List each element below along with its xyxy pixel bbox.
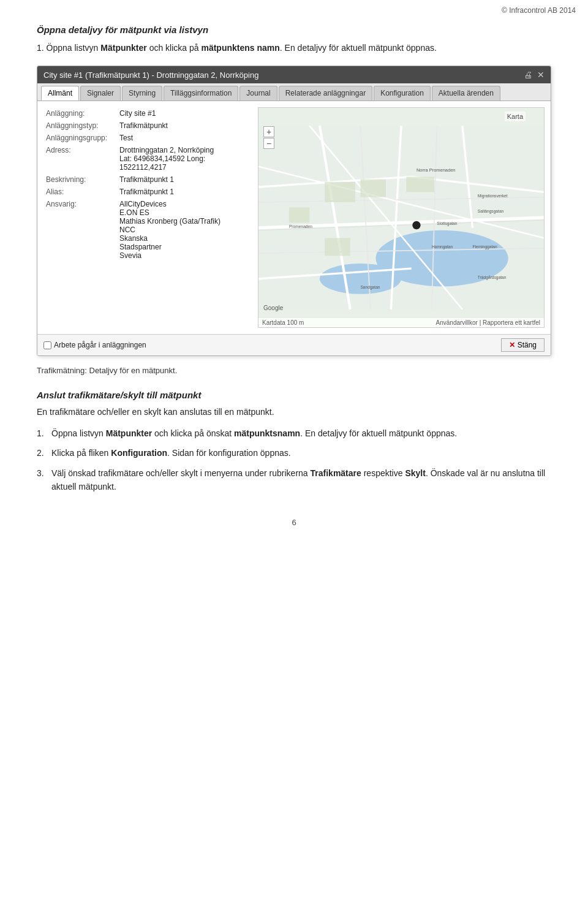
zoom-out-button[interactable]: − [263, 138, 274, 149]
step2-before: Klicka på fliken [51, 448, 111, 458]
table-row: Beskrivning: Trafikmätpunkt 1 [43, 173, 252, 186]
info-table: Anläggning: City site #1 Anläggningstyp:… [43, 107, 252, 262]
table-row: Anläggningsgrupp: Test [43, 132, 252, 144]
field-value-ansvarig: AllCityDevicesE.ON ESMathias Kronberg (G… [117, 198, 252, 262]
svg-text:Norra Promenaden: Norra Promenaden [417, 167, 456, 173]
field-label-beskrivning: Beskrivning: [43, 173, 117, 186]
step2-after: . Sidan för konfiguration öppnas. [167, 448, 291, 458]
dialog-title: City site #1 (Trafikmätpunkt 1) - Drottn… [43, 70, 258, 80]
dialog-tabs: Allmänt Signaler Styrning Tilläggsinform… [37, 83, 551, 101]
stang-x-icon: ✕ [509, 341, 515, 349]
field-value-adress: Drottninggatan 2, NorrköpingLat: 6496834… [117, 144, 252, 173]
field-value-anlaggningsgrupp: Test [117, 132, 252, 144]
field-label-anlaggning: Anläggning: [43, 107, 117, 120]
dialog-caption: Trafikmätning: Detaljvy för en mätpunkt. [37, 366, 551, 375]
close-dialog-icon[interactable]: ✕ [537, 70, 545, 80]
step1-matpunkter: Mätpunkter [106, 428, 152, 438]
svg-point-22 [412, 221, 420, 229]
list-item: 3. Välj önskad trafikmätare och/eller sk… [37, 466, 551, 494]
section2-title: Anslut trafikmätare/skylt till mätpunkt [37, 390, 551, 400]
map-svg: Norra Promenaden Migrationsverket Promen… [258, 108, 544, 327]
arbete-checkbox[interactable] [43, 341, 51, 349]
steps-list: 1. Öppna listvyn Mätpunkter och klicka p… [37, 427, 551, 494]
step3-mid: respektive [361, 468, 405, 478]
tab-signaler[interactable]: Signaler [80, 86, 121, 101]
step3-before: Välj önskad trafikmätare och/eller skylt… [51, 468, 311, 478]
svg-rect-18 [360, 180, 386, 197]
step-num-3: 3. [37, 466, 44, 480]
tab-relaterade[interactable]: Relaterade anläggningar [279, 86, 372, 101]
svg-text:Fleminggatan: Fleminggatan [473, 245, 498, 249]
map-footer-right: Användarvillkor | Rapportera ett kartfel [436, 319, 540, 326]
step1-text-mid: och klicka på [147, 43, 202, 53]
map-container: Norra Promenaden Migrationsverket Promen… [258, 108, 544, 327]
field-label-alias: Alias: [43, 186, 117, 198]
step3-trafikmatare: Trafikmätare [311, 468, 361, 478]
tab-journal[interactable]: Journal [239, 86, 277, 101]
karta-label: Karta [505, 112, 526, 121]
print-icon[interactable]: 🖨 [524, 70, 532, 80]
section1-title: Öppna detaljvy för mätpunkt via listvyn [37, 25, 551, 35]
step-num-1: 1. [37, 427, 44, 440]
stang-button[interactable]: ✕ Stäng [501, 338, 545, 352]
field-value-anlaggning: City site #1 [117, 107, 252, 120]
svg-text:Saltängsgatan: Saltängsgatan [478, 209, 504, 214]
tab-styrning[interactable]: Styrning [122, 86, 162, 101]
step1-text-after: . [280, 43, 282, 53]
stang-label: Stäng [518, 341, 537, 349]
svg-text:Promenaden: Promenaden [289, 224, 312, 229]
step1-text-before: Öppna listvyn [47, 43, 101, 53]
svg-text:Hamngatan: Hamngatan [432, 245, 453, 249]
svg-rect-19 [406, 177, 434, 192]
tab-aktuella[interactable]: Aktuella ärenden [432, 86, 500, 101]
section1-step1: 1. Öppna listvyn Mätpunkter och klicka p… [37, 41, 551, 55]
arbete-checkbox-label[interactable]: Arbete pågår i anläggningen [43, 341, 146, 349]
field-value-anlaggningstyp: Trafikmätpunkt [117, 120, 252, 132]
table-row: Anläggningstyp: Trafikmätpunkt [43, 120, 252, 132]
dialog-body: Anläggning: City site #1 Anläggningstyp:… [37, 101, 551, 334]
table-row: Anläggning: City site #1 [43, 107, 252, 120]
field-label-anlaggningstyp: Anläggningstyp: [43, 120, 117, 132]
step1-mid: och klicka på önskat [152, 428, 234, 438]
svg-rect-21 [289, 208, 309, 223]
list-item: 1. Öppna listvyn Mätpunkter och klicka p… [37, 427, 551, 440]
section2-intro: En trafikmätare och/eller en skylt kan a… [37, 405, 551, 419]
dialog-footer: Arbete pågår i anläggningen ✕ Stäng [37, 334, 551, 355]
step2-konfiguration: Konfiguration [111, 448, 167, 458]
field-value-beskrivning: Trafikmätpunkt 1 [117, 173, 252, 186]
map-panel: Norra Promenaden Migrationsverket Promen… [258, 107, 545, 328]
table-row: Adress: Drottninggatan 2, NorrköpingLat:… [43, 144, 252, 173]
svg-text:Sandgatan: Sandgatan [360, 286, 380, 290]
svg-rect-17 [325, 182, 355, 202]
dialog-info-panel: Anläggning: City site #1 Anläggningstyp:… [43, 107, 252, 328]
step1-num: 1. [37, 43, 47, 53]
tab-konfiguration[interactable]: Konfiguration [374, 86, 431, 101]
map-footer-bar: Kartdata 100 m Användarvillkor | Rapport… [258, 318, 544, 327]
step1-before: Öppna listvyn [51, 428, 106, 438]
list-item: 2. Klicka på fliken Konfiguration. Sidan… [37, 446, 551, 460]
field-label-adress: Adress: [43, 144, 117, 173]
copyright-text: © Infracontrol AB 2014 [502, 6, 576, 15]
field-value-alias: Trafikmätpunkt 1 [117, 186, 252, 198]
arbete-label-text: Arbete pågår i anläggningen [54, 341, 146, 349]
step-num-2: 2. [37, 446, 44, 460]
dialog-icons: 🖨 ✕ [524, 70, 545, 80]
zoom-in-button[interactable]: + [263, 126, 274, 137]
svg-rect-20 [325, 238, 350, 256]
step1-matpunktsnamn: mätpunktsnamn [234, 428, 300, 438]
step1-bold1: Mätpunkter [100, 43, 146, 53]
step2-text: En detaljvy för aktuell mätpunkt öppnas. [285, 43, 437, 53]
tab-tillaggsinformation[interactable]: Tilläggsinformation [164, 86, 238, 101]
dialog-titlebar: City site #1 (Trafikmätpunkt 1) - Drottn… [37, 66, 551, 83]
map-footer-left: Kartdata 100 m [262, 319, 304, 326]
step1-bold2: mätpunktens namn [201, 43, 279, 53]
tab-allmant[interactable]: Allmänt [41, 86, 79, 101]
google-logo: Google [263, 305, 283, 311]
field-label-ansvarig: Ansvarig: [43, 198, 117, 262]
page-number: 6 [37, 518, 551, 539]
table-row: Ansvarig: AllCityDevicesE.ON ESMathias K… [43, 198, 252, 262]
step1-after: . En detaljvy för aktuell mätpunkt öppna… [300, 428, 457, 438]
svg-text:Trädgårdsgatan: Trädgårdsgatan [478, 275, 507, 280]
field-label-anlaggningsgrupp: Anläggningsgrupp: [43, 132, 117, 144]
step3-skylt: Skylt [405, 468, 425, 478]
